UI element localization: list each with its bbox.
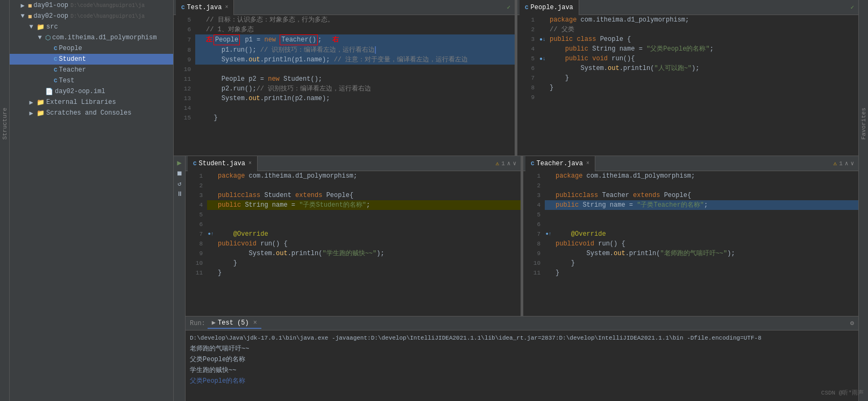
sidebar-item-package[interactable]: ▼ ⬡ com.itheima.d1_polymorphism — [10, 32, 173, 43]
top-left-editor-content[interactable]: 5 // 目标：认识多态：对象多态，行为多态。 6 // 1、对象多态 7 左 — [174, 15, 515, 156]
warning-count: 1 — [839, 160, 843, 167]
sidebar-item-iml[interactable]: 📄 day02-oop.iml — [10, 86, 173, 97]
line-number: 4 — [517, 44, 539, 54]
line-marker — [539, 73, 546, 83]
tab-student-java[interactable]: C Student.java × — [188, 156, 258, 171]
sidebar-item-extlibs[interactable]: ▶ 📁 External Libraries — [10, 97, 173, 108]
code-line-highlighted: 4 public String name = "子类Teacher的名称"; — [523, 200, 858, 210]
line-marker — [207, 191, 215, 200]
bottom-right-editor-content[interactable]: 1 package com.itheima.d1_polymorphism; 2… — [523, 171, 858, 316]
annotation-right: 右 — [332, 35, 339, 45]
sidebar-item-test[interactable]: C Test — [10, 75, 173, 86]
tab-test-java[interactable]: C Test.java × — [176, 0, 234, 15]
sidebar-item-scratches[interactable]: ▶ 📁 Scratches and Consoles — [10, 108, 173, 118]
module-icon: ◼ — [28, 2, 32, 10]
line-code: public class People { — [546, 34, 858, 44]
line-number: 4 — [523, 200, 545, 210]
class-tab-icon: C — [531, 160, 535, 167]
line-code: System.out.println(p1.name); // 注意：对于变量，… — [203, 55, 515, 65]
console-tab-test[interactable]: ▶ Test (5) × — [208, 318, 261, 329]
sidebar-item-student[interactable]: C Student — [10, 54, 173, 65]
code-text: public class People { — [550, 34, 631, 44]
warning-icon: ⚠ — [834, 160, 837, 167]
annotation-left: 左 — [206, 35, 212, 45]
line-marker: ●↑ — [207, 229, 215, 239]
line-marker — [207, 210, 215, 220]
code-text: public String name = "父类People的名称"; — [550, 44, 714, 54]
line-marker — [207, 239, 215, 249]
expand-icon: ▶ — [27, 109, 35, 117]
tab-label: People.java — [531, 4, 573, 11]
sidebar-item-day02[interactable]: ▼ ◼ day02-oop D:\code\huangpuipro1\ja — [10, 11, 173, 22]
line-code — [546, 93, 858, 102]
code-line: 2 — [523, 181, 858, 191]
file-icon: 📄 — [45, 88, 53, 96]
rerun-button[interactable]: ↺ — [177, 180, 181, 188]
class-icon: C — [54, 56, 58, 62]
top-left-tab-bar: C Test.java × ✓ — [174, 0, 515, 15]
code-text: public void run(){ — [550, 54, 635, 64]
settings-icon[interactable]: ⚙ — [850, 319, 854, 327]
top-right-editor-content[interactable]: 1 package com.itheima.d1_polymorphism; 2… — [517, 15, 858, 156]
line-code: } — [546, 73, 858, 83]
code-line: 8 public void run() { — [523, 239, 858, 249]
tab-close-button[interactable]: × — [248, 160, 252, 166]
bottom-left-editor-content[interactable]: 1 package com.itheima.d1_polymorphism; 2… — [186, 171, 521, 316]
run-button[interactable]: ▶ — [177, 158, 181, 167]
line-code: } — [215, 268, 521, 278]
nav-down-button[interactable]: ∨ — [513, 160, 516, 167]
tab-people-java[interactable]: C People.java — [520, 0, 579, 15]
code-line-highlighted: 9 System.out.println(p1.name); // 注意：对于变… — [174, 55, 515, 65]
line-marker — [539, 44, 546, 54]
line-number: 10 — [186, 258, 207, 268]
editor-indicator: ⚠ 1 ∧ ∨ — [496, 160, 518, 167]
console-tab-close[interactable]: × — [253, 319, 257, 327]
line-marker — [207, 268, 215, 278]
line-number: 7 — [186, 229, 207, 239]
tab-teacher-java[interactable]: C Teacher.java × — [525, 156, 595, 171]
nav-up-button[interactable]: ∧ — [507, 160, 511, 167]
sidebar-item-people[interactable]: C People — [10, 43, 173, 54]
favorites-label[interactable]: Favorites — [860, 108, 867, 139]
line-marker — [195, 113, 203, 123]
check-icon: ✓ — [507, 4, 510, 11]
pause-button[interactable]: ⏸ — [176, 190, 183, 198]
nav-up-button[interactable]: ∧ — [845, 160, 849, 167]
line-code — [215, 210, 521, 220]
line-marker — [545, 171, 552, 181]
expand-icon: ▶ — [27, 98, 35, 107]
stop-button[interactable]: ⏹ — [176, 170, 183, 178]
structure-tab[interactable]: Structure — [0, 0, 10, 401]
line-number: 6 — [174, 25, 195, 34]
code-line: 14 — [174, 103, 515, 113]
console-tab-bar: Run: ▶ Test (5) × ⚙ — [186, 316, 858, 330]
line-code: // 父类 — [546, 25, 858, 34]
line-code: System.out.println("人可以跑~"); — [546, 64, 858, 73]
watermark: CSDN @听*雨声 — [821, 389, 864, 397]
sidebar-item-label: day01-oop — [33, 2, 68, 9]
favorites-bar[interactable]: Favorites — [858, 0, 868, 401]
structure-label[interactable]: Structure — [2, 108, 8, 139]
tab-close-button[interactable]: × — [225, 4, 228, 10]
code-line: 1 package com.itheima.d1_polymorphism; — [523, 171, 858, 181]
code-text: People p2 = new Student(); — [206, 74, 322, 84]
console-output[interactable]: D:\develop\Java\jdk-17.0.1\bin\java.exe … — [186, 330, 858, 401]
line-marker — [195, 103, 203, 113]
sidebar-item-src[interactable]: ▼ 📁 src — [10, 22, 173, 32]
console-cmd-line: D:\develop\Java\jdk-17.0.1\bin\java.exe … — [190, 333, 854, 343]
sidebar-item-label: com.itheima.d1_polymorphism — [52, 34, 156, 41]
line-number: 6 — [186, 220, 207, 229]
code-line: 7 ●↑ @Override — [186, 229, 521, 239]
class-tab-icon: C — [525, 4, 529, 11]
line-number: 1 — [523, 171, 545, 181]
line-number: 9 — [523, 249, 545, 258]
nav-down-button[interactable]: ∨ — [850, 160, 854, 167]
console-output-line: 父类People的名称 — [190, 354, 854, 365]
tab-close-button[interactable]: × — [586, 160, 589, 166]
editor-indicator: ✓ — [850, 4, 856, 11]
line-marker — [539, 25, 546, 34]
line-marker: ●↓ — [539, 34, 546, 44]
line-number: 7 — [174, 34, 195, 45]
sidebar-item-teacher[interactable]: C Teacher — [10, 65, 173, 75]
sidebar-item-day01[interactable]: ▶ ◼ day01-oop D:\code\huangpuipro1\ja — [10, 0, 173, 11]
